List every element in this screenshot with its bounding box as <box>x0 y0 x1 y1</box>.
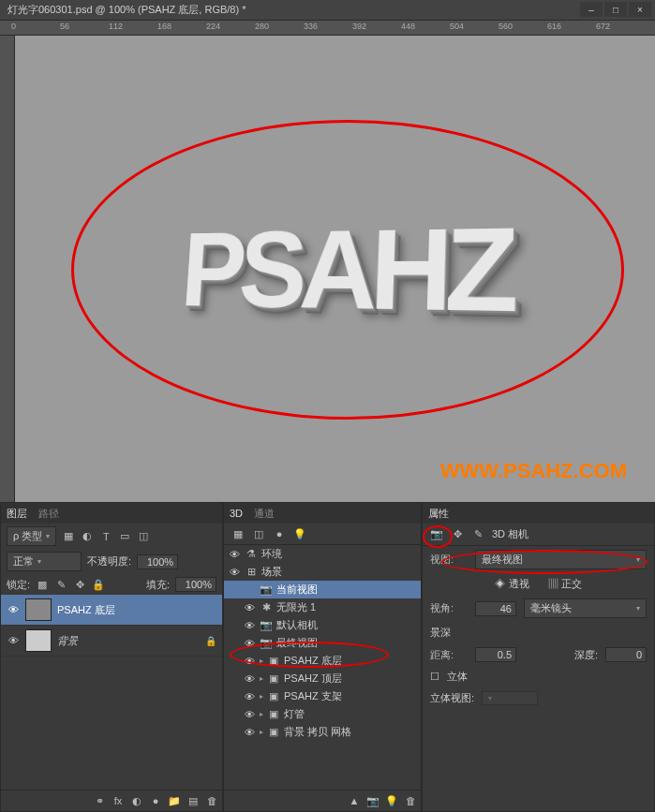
item-default-camera[interactable]: 👁📷默认相机 <box>224 616 421 634</box>
coord-icon[interactable]: ✥ <box>451 528 464 541</box>
layer-name: 背景 <box>57 634 78 648</box>
fov-input[interactable]: 46 <box>475 601 516 616</box>
panel-3d-footer: ▲ 📷 💡 🗑 <box>224 790 421 811</box>
view-label: 视图: <box>430 553 468 567</box>
item-infinite-light[interactable]: 👁✱无限光 1 <box>224 598 421 616</box>
light-icon[interactable]: 💡 <box>385 794 398 807</box>
lock-transparency-icon[interactable]: ▩ <box>36 578 49 591</box>
camera-icon[interactable]: 📷 <box>430 528 443 541</box>
visibility-toggle[interactable]: 👁 <box>7 635 20 646</box>
layer-item-background[interactable]: 👁 背景 🔒 <box>1 626 222 657</box>
filter-shape-icon[interactable]: ▭ <box>118 530 131 543</box>
mesh-icon: ▣ <box>267 726 280 739</box>
lock-position-icon[interactable]: ✥ <box>73 578 86 591</box>
render-icon[interactable]: ▲ <box>348 794 361 807</box>
item-scene[interactable]: 👁⊞场景 <box>224 563 421 581</box>
group-icon[interactable]: 📁 <box>168 794 181 807</box>
item-environment[interactable]: 👁⚗环境 <box>224 545 421 563</box>
filter-text-icon[interactable]: T <box>99 530 112 543</box>
lock-icon: 🔒 <box>205 636 216 646</box>
filter-image-icon[interactable]: ▦ <box>62 530 75 543</box>
item-mesh-bg-copy[interactable]: 👁▸▣背景 拷贝 网格 <box>224 723 421 741</box>
watermark-text: WWW.PSAHZ.COM <box>440 459 627 483</box>
canvas[interactable]: PSAHZ WWW.PSAHZ.COM <box>15 36 655 502</box>
filter-scene-icon[interactable]: ▦ <box>231 527 245 540</box>
tab-layers[interactable]: 图层 <box>7 507 27 521</box>
filter-mesh-icon[interactable]: ◫ <box>252 527 265 540</box>
stereo-view-dropdown: ▾ <box>482 691 538 705</box>
tab-properties[interactable]: 属性 <box>428 507 449 521</box>
adjustment-icon[interactable]: ● <box>149 794 162 807</box>
layers-footer: ⚭ fx ◐ ● 📁 ▤ 🗑 <box>1 790 222 811</box>
fov-label: 视角: <box>430 601 468 615</box>
fx-icon[interactable]: fx <box>112 794 125 807</box>
filter-smart-icon[interactable]: ◫ <box>137 530 150 543</box>
new-layer-icon[interactable]: ▤ <box>186 794 200 807</box>
scene-tree: 👁⚗环境 👁⊞场景 📷当前视图 👁✱无限光 1 👁📷默认相机 👁📷最终视图 👁▸… <box>224 545 421 790</box>
vertical-ruler <box>0 36 15 502</box>
blend-mode-dropdown[interactable]: 正常 ▾ <box>7 552 82 571</box>
distance-label: 距离: <box>430 648 468 662</box>
depth-input[interactable]: 0 <box>605 647 647 662</box>
layer-item-psahz[interactable]: 👁 PSAHZ 底层 <box>1 595 222 626</box>
link-icon[interactable]: ⚭ <box>93 794 106 807</box>
item-current-view[interactable]: 📷当前视图 <box>224 581 421 598</box>
fill-input[interactable]: 100% <box>175 577 216 592</box>
trash-icon[interactable]: 🗑 <box>205 794 218 807</box>
layer-name: PSAHZ 底层 <box>57 603 115 617</box>
item-mesh-top[interactable]: 👁▸▣PSAHZ 顶层 <box>224 670 421 687</box>
lock-all-icon[interactable]: 🔒 <box>92 578 105 591</box>
canvas-area: PSAHZ WWW.PSAHZ.COM <box>0 36 655 502</box>
stereo-checkbox[interactable]: ☐ <box>430 671 439 683</box>
horizontal-ruler: 056112 168224280 336392448 504560616 672 <box>0 21 655 36</box>
brush-icon[interactable]: ✎ <box>471 528 484 541</box>
window-titlebar: 灯光字060301.psd @ 100% (PSAHZ 底层, RGB/8) *… <box>0 0 655 21</box>
tab-3d[interactable]: 3D <box>230 508 243 519</box>
layer-filter-type[interactable]: ρ 类型 ▾ <box>7 526 56 546</box>
item-mesh-tube[interactable]: 👁▸▣灯管 <box>224 705 421 723</box>
new-icon[interactable]: 📷 <box>366 794 380 807</box>
ortho-button[interactable]: ▥ 正交 <box>548 577 582 591</box>
panel-3d: 3D 通道 ▦ ◫ ● 💡 👁⚗环境 👁⊞场景 📷当前视图 👁✱无限光 1 👁📷… <box>223 502 422 812</box>
properties-panel: 属性 📷 ✥ ✎ 3D 相机 视图: 最终视图▾ ◈ 透视 ▥ 正交 视角: 4… <box>422 502 655 812</box>
light-icon: ✱ <box>260 601 273 614</box>
mesh-icon: ▣ <box>267 708 280 721</box>
layers-panel: 图层 路径 ρ 类型 ▾ ▦ ◐ T ▭ ◫ 正常 ▾ 不透明度: 100% 锁… <box>0 502 223 812</box>
mask-icon[interactable]: ◐ <box>130 794 143 807</box>
filter-icon: ⚗ <box>245 548 258 561</box>
tab-paths[interactable]: 路径 <box>38 507 59 521</box>
close-button[interactable]: × <box>629 2 651 17</box>
item-final-view[interactable]: 👁📷最终视图 <box>224 634 421 652</box>
distance-input[interactable]: 0.5 <box>475 647 516 662</box>
filter-material-icon[interactable]: ● <box>273 527 286 540</box>
lock-paint-icon[interactable]: ✎ <box>54 578 67 591</box>
lens-dropdown[interactable]: 毫米镜头▾ <box>524 598 647 618</box>
document-title: 灯光字060301.psd @ 100% (PSAHZ 底层, RGB/8) * <box>7 3 246 17</box>
tab-channels[interactable]: 通道 <box>254 507 275 521</box>
opacity-label: 不透明度: <box>87 554 131 568</box>
opacity-input[interactable]: 100% <box>137 554 178 569</box>
filter-adjust-icon[interactable]: ◐ <box>81 530 94 543</box>
perspective-button[interactable]: ◈ 透视 <box>495 577 528 591</box>
window-controls: – □ × <box>580 2 651 17</box>
layer-thumbnail <box>25 598 52 621</box>
item-mesh-base[interactable]: 👁▸▣PSAHZ 底层 <box>224 652 421 670</box>
view-dropdown[interactable]: 最终视图▾ <box>475 550 647 569</box>
mesh-icon: ▣ <box>267 655 280 668</box>
mesh-icon: ▣ <box>267 672 280 686</box>
visibility-toggle[interactable]: 👁 <box>7 604 20 615</box>
camera-icon: 📷 <box>260 637 273 650</box>
annotation-ellipse-main <box>71 120 624 420</box>
fill-label: 填充: <box>146 578 170 592</box>
layer-list: 👁 PSAHZ 底层 👁 背景 🔒 <box>1 595 222 790</box>
dof-label: 景深 <box>430 626 451 640</box>
stereo-label: 立体 <box>447 670 468 684</box>
trash-icon[interactable]: 🗑 <box>404 794 417 807</box>
item-mesh-bracket[interactable]: 👁▸▣PSAHZ 支架 <box>224 687 421 705</box>
filter-light-icon[interactable]: 💡 <box>293 527 306 540</box>
layer-thumbnail <box>25 629 52 652</box>
maximize-button[interactable]: □ <box>604 2 627 17</box>
panel-header: 3D 相机 <box>492 527 528 541</box>
scene-icon: ⊞ <box>245 566 258 579</box>
minimize-button[interactable]: – <box>580 2 603 17</box>
